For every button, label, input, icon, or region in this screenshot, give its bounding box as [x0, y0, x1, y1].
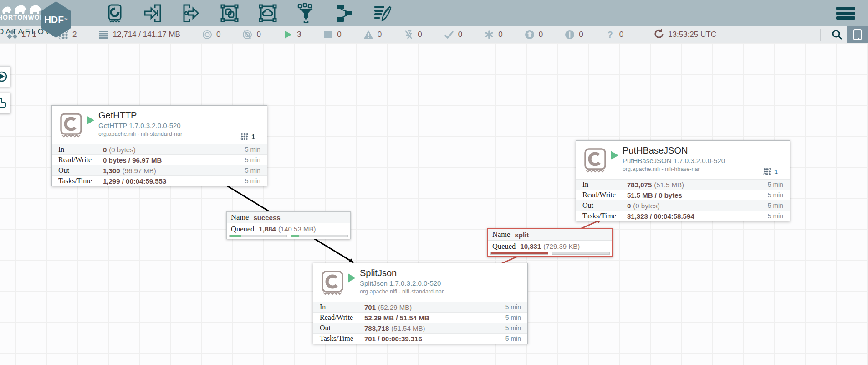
- connection-name: success: [253, 214, 280, 221]
- stat-row-in: In 783,075 (51.5 MB) 5 min: [576, 179, 790, 190]
- bulletin-panel-button[interactable]: [847, 26, 868, 43]
- connection-name: split: [515, 231, 529, 239]
- backpressure-bars: [227, 235, 350, 239]
- input-port-icon[interactable]: [142, 2, 164, 24]
- object-threshold-bar: [490, 252, 548, 255]
- status-not-transmitting: 0: [242, 30, 260, 40]
- object-threshold-bar: [229, 235, 287, 237]
- processor-icon[interactable]: [104, 2, 126, 24]
- status-stopped: 0: [323, 30, 341, 40]
- processor-type-version: GetHTTP 1.7.0.3.2.0.0-520: [98, 122, 182, 129]
- processor-bundle: org.apache.nifi - nifi-standard-nar: [360, 288, 444, 295]
- queued-count: 10,831: [520, 242, 541, 250]
- locally-modified-icon: [484, 30, 494, 40]
- hamburger-icon: [836, 7, 855, 10]
- stopped-icon: [323, 30, 333, 40]
- processor-gethttp[interactable]: GetHTTP GetHTTP 1.7.0.3.2.0.0-520 org.ap…: [51, 105, 267, 186]
- processor-stamp-icon: [319, 269, 346, 296]
- invalid-icon: [363, 30, 373, 40]
- stale-icon: [525, 30, 535, 40]
- stat-row-out: Out 1,300 (96.97 MB) 5 min: [52, 165, 267, 175]
- hand-pointer-icon: [0, 97, 8, 109]
- process-group-icon[interactable]: [219, 2, 240, 24]
- active-thread-badge: 1: [763, 168, 778, 175]
- running-state-icon: [611, 151, 618, 160]
- output-port-icon[interactable]: [180, 2, 202, 24]
- queued-size: (140.53 MB): [278, 225, 316, 233]
- stat-row-tasks: Tasks/Time 31,323 / 00:04:58.594 5 min: [576, 211, 790, 221]
- refresh-status[interactable]: 13:53:25 UTC: [654, 29, 716, 41]
- hortonworks-dataflow-logo: HORTONWORKS DATAFLOW HDF™: [0, 0, 82, 40]
- queued-list-icon: [99, 30, 109, 40]
- processor-stamp-icon: [57, 111, 85, 139]
- processor-type-version: PutHBaseJSON 1.7.0.3.2.0.0-520: [623, 157, 725, 165]
- connection-queued-row: Queued 1,884 (140.53 MB): [227, 223, 350, 235]
- search-icon: [832, 29, 842, 40]
- funnel-icon[interactable]: [295, 2, 317, 24]
- template-icon[interactable]: [333, 2, 355, 24]
- flow-canvas[interactable]: GetHTTP GetHTTP 1.7.0.3.2.0.0-520 org.ap…: [0, 43, 868, 365]
- status-up-to-date: 0: [444, 30, 462, 40]
- processor-name: PutHBaseJSON: [623, 145, 725, 156]
- status-running: 3: [283, 30, 301, 40]
- processor-puthbasejson[interactable]: PutHBaseJSON PutHBaseJSON 1.7.0.3.2.0.0-…: [576, 140, 790, 221]
- stat-row-readwrite: Read/Write 0 bytes / 96.97 MB 5 min: [52, 154, 267, 165]
- search-button[interactable]: [827, 26, 847, 43]
- navigate-panel-toggle[interactable]: [0, 66, 10, 87]
- status-sync-failure: ? 0: [605, 30, 623, 40]
- processor-name: SplitJson: [360, 268, 444, 278]
- locally-modified-and-stale-icon: [565, 30, 575, 40]
- running-state-icon: [87, 116, 94, 125]
- status-transmitting: 0: [202, 30, 220, 40]
- connection-queued-row: Queued 10,831 (729.39 KB): [488, 241, 612, 252]
- remote-process-group-icon[interactable]: [257, 2, 279, 24]
- status-locally-modified: 0: [484, 30, 502, 40]
- stat-row-tasks: Tasks/Time 1,299 / 00:04:59.553 5 min: [52, 175, 267, 186]
- active-thread-badge: 1: [240, 133, 255, 140]
- size-threshold-bar: [291, 235, 348, 237]
- stat-row-out: Out 0 (0 bytes) 5 min: [576, 200, 790, 211]
- processor-type-version: SplitJson 1.7.0.3.2.0.0-520: [360, 279, 444, 287]
- queued-size: (729.39 KB): [543, 242, 580, 250]
- status-stale: 0: [525, 30, 543, 40]
- running-icon: [283, 30, 293, 40]
- status-invalid: 0: [363, 30, 382, 40]
- connection-name-row: Name split: [488, 229, 612, 241]
- top-toolbar: HORTONWORKS DATAFLOW HDF™: [0, 0, 868, 26]
- connection-label-split[interactable]: Name split Queued 10,831 (729.39 KB): [487, 228, 613, 257]
- navigate-compass-icon: [0, 71, 8, 82]
- global-menu-button[interactable]: [836, 7, 855, 20]
- queued-count: 1,884: [259, 225, 276, 233]
- up-to-date-icon: [444, 30, 454, 40]
- processor-name: GetHTTP: [98, 110, 182, 121]
- processor-stamp-icon: [582, 146, 609, 174]
- stat-row-tasks: Tasks/Time 701 / 00:00:39.316 5 min: [313, 333, 527, 344]
- stat-row-in: In 701 (52.29 MB) 5 min: [313, 302, 527, 312]
- threads-grid-icon: [763, 168, 771, 175]
- statusbar-separator: [820, 29, 821, 41]
- status-bar: 1 / 1 2 12,714 / 141.17 MB 0: [0, 26, 868, 43]
- refresh-icon: [654, 29, 664, 41]
- status-locally-modified-and-stale: 0: [565, 30, 583, 40]
- connection-name-row: Name success: [227, 212, 350, 223]
- label-icon[interactable]: [372, 2, 393, 24]
- size-threshold-bar: [552, 252, 610, 255]
- disabled-icon: [403, 30, 414, 40]
- operate-panel-toggle[interactable]: [0, 93, 10, 113]
- threads-grid-icon: [240, 133, 248, 140]
- panel-icon: [853, 29, 863, 41]
- not-transmitting-icon: [242, 30, 252, 40]
- backpressure-bars: [488, 252, 612, 256]
- status-disabled: 0: [403, 30, 422, 40]
- processor-bundle: org.apache.nifi - nifi-standard-nar: [98, 131, 182, 137]
- transmitting-icon: [202, 30, 212, 40]
- stat-row-readwrite: Read/Write 51.5 MB / 0 bytes 5 min: [576, 190, 790, 200]
- processor-bundle: org.apache.nifi - nifi-hbase-nar: [623, 166, 725, 172]
- running-state-icon: [348, 273, 356, 283]
- connection-label-success[interactable]: Name success Queued 1,884 (140.53 MB): [226, 211, 351, 239]
- sync-failure-icon: ?: [605, 30, 615, 40]
- stat-row-out: Out 783,718 (51.54 MB) 5 min: [313, 323, 527, 333]
- status-queued: 12,714 / 141.17 MB: [99, 30, 180, 40]
- processor-splitjson[interactable]: SplitJson SplitJson 1.7.0.3.2.0.0-520 or…: [313, 263, 528, 344]
- stat-row-readwrite: Read/Write 52.29 MB / 51.54 MB 5 min: [313, 312, 527, 323]
